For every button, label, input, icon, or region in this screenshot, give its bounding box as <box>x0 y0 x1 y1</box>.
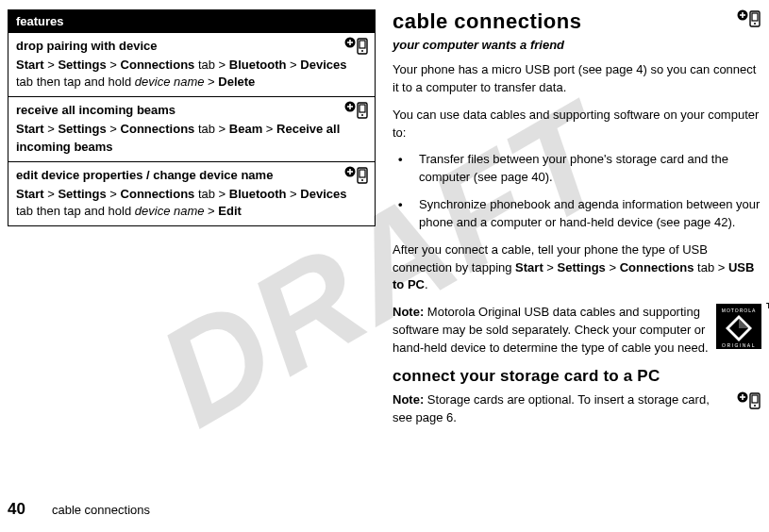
section-subtitle: your computer wants a friend <box>393 38 761 52</box>
paragraph: Your phone has a micro USB port (see pag… <box>393 61 761 97</box>
paragraph: You can use data cables and supporting s… <box>393 107 761 142</box>
device-plus-icon <box>737 9 761 28</box>
svg-text:ORIGINAL: ORIGINAL <box>722 342 756 348</box>
page-footer: 40 cable connections <box>8 500 150 519</box>
table-row: receive all incoming beamsStart > Settin… <box>8 97 376 161</box>
page-number: 40 <box>8 500 25 519</box>
feature-body: Start > Settings > Connections tab > Blu… <box>16 187 346 218</box>
section-heading: cable connections <box>393 9 731 34</box>
right-column: cable connections your computer wants a … <box>393 9 761 437</box>
note-text: Motorola Original USB data cables and su… <box>393 305 709 355</box>
feature-title: drop pairing with device <box>16 39 367 53</box>
features-table: features drop pairing with deviceStart >… <box>8 9 376 226</box>
feature-title: edit device properties / change device n… <box>16 168 367 182</box>
page-content: features drop pairing with deviceStart >… <box>0 0 769 437</box>
list-item: Synchronize phonebook and agenda informa… <box>393 196 761 232</box>
svg-point-11 <box>361 114 363 116</box>
svg-rect-22 <box>752 13 758 21</box>
feature-title: receive all incoming beams <box>16 103 367 117</box>
paragraph: After you connect a cable, tell your pho… <box>393 241 761 295</box>
note-paragraph: TM MOTOROLAORIGINAL Note: Motorola Origi… <box>393 304 761 357</box>
svg-point-23 <box>754 23 756 25</box>
subsection-heading: connect your storage card to a PC <box>393 367 761 386</box>
device-plus-icon <box>344 37 369 56</box>
svg-rect-16 <box>359 170 365 177</box>
device-plus-icon <box>344 166 369 185</box>
table-row: drop pairing with deviceStart > Settings… <box>8 33 376 97</box>
table-row: edit device properties / change device n… <box>8 161 376 225</box>
note-label: Note: <box>393 392 427 407</box>
svg-point-17 <box>361 179 363 181</box>
svg-text:MOTOROLA: MOTOROLA <box>722 308 757 313</box>
bullet-list: Transfer files between your phone's stor… <box>393 151 761 231</box>
svg-rect-10 <box>359 105 365 112</box>
motorola-original-icon: TM MOTOROLAORIGINAL <box>716 304 761 349</box>
feature-body: Start > Settings > Connections tab > Bea… <box>16 122 340 153</box>
svg-rect-4 <box>359 41 365 48</box>
left-column: features drop pairing with deviceStart >… <box>8 9 376 437</box>
note-label: Note: <box>393 305 427 319</box>
footer-title: cable connections <box>52 503 150 517</box>
device-plus-icon <box>737 391 761 410</box>
list-item: Transfer files between your phone's stor… <box>393 151 761 187</box>
svg-rect-34 <box>752 395 758 403</box>
svg-point-5 <box>361 50 363 52</box>
svg-point-35 <box>754 405 756 407</box>
feature-body: Start > Settings > Connections tab > Blu… <box>16 58 346 89</box>
device-plus-icon <box>344 101 369 120</box>
note-paragraph: Note: Storage cards are optional. To ins… <box>393 391 761 427</box>
note-text: Storage cards are optional. To insert a … <box>393 392 710 424</box>
features-header: features <box>8 10 376 33</box>
